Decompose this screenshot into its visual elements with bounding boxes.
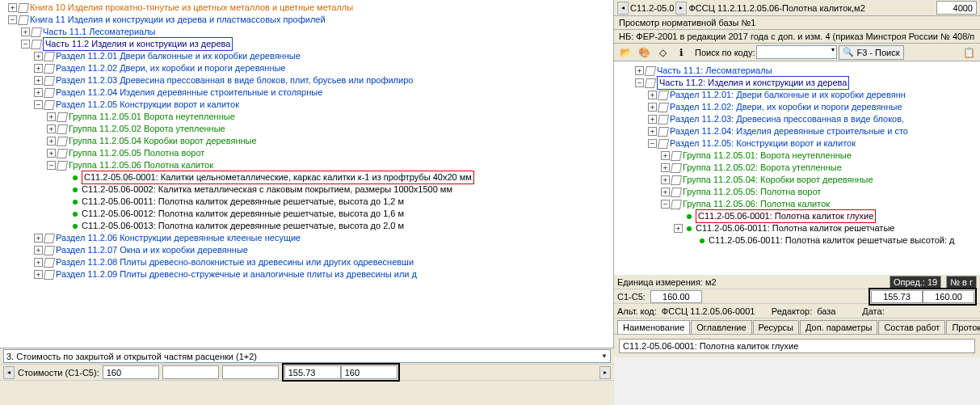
left-tree-panel: +Книга 10 Изделия прокатно-тянутые из цв… [0,0,614,348]
tree-item[interactable]: +С11.2-05.06-0011: Полотна калиток решет… [674,222,980,234]
palette-button[interactable]: 🎨 [636,45,652,60]
tree-group[interactable]: +Группа 11.2.05.05: Полотна ворот [661,186,980,198]
cost-cell-3[interactable] [222,365,279,379]
collapse-icon[interactable]: − [47,161,56,170]
c1c5-v1[interactable]: 160.00 [650,290,702,303]
tree-group[interactable]: +Группа 11.2.05.01 Ворота неутепленные [47,111,613,123]
expand-icon[interactable]: + [661,188,670,196]
tree-section-05[interactable]: −Раздел 11.2.05: Конструкции ворот и кал… [648,137,980,150]
tree-item-0001[interactable]: С11.2-05.06-0001: Калитки цельнометаллич… [60,171,613,184]
cost-cell-4[interactable]: 155.73 [284,365,341,379]
tree-section[interactable]: +Раздел 11.2.09 Плиты древесно-стружечны… [34,268,613,281]
tree-group[interactable]: +Группа 11.2.05.02: Ворота утепленные [661,162,980,174]
expand-icon[interactable]: + [34,270,43,279]
open-book-button[interactable]: 📂 [617,45,633,60]
collapse-icon[interactable]: − [34,100,43,109]
tree-group-06[interactable]: −Группа 11.2.05.06 Полотна калиток [47,159,613,171]
tree-section-11-2-05[interactable]: −Раздел 11.2.05 Конструкции ворот и кали… [34,99,613,111]
expand-icon[interactable]: + [648,115,657,124]
collapse-icon[interactable]: − [21,40,30,49]
tree-group[interactable]: +Группа 11.2.05.01: Ворота неутепленные [661,150,980,162]
tree-book-10[interactable]: +Книга 10 Изделия прокатно-тянутые из цв… [8,2,613,14]
expand-icon[interactable]: + [648,103,657,112]
search-button[interactable]: 🔍 F3 - Поиск [839,45,903,60]
expand-icon[interactable]: + [635,66,644,75]
tree-book-11[interactable]: −Книга 11 Изделия и конструкции из дерев… [8,14,613,26]
expand-icon[interactable]: + [47,149,56,158]
tree-section[interactable]: +Раздел 11.2.08 Плиты древесно-волокнист… [34,256,613,268]
expand-icon[interactable]: + [34,258,43,267]
tab-works[interactable]: Состав работ [878,320,945,334]
tree-part-11-1[interactable]: +Часть 11.1 Лесоматериалы [21,26,613,38]
tree-item[interactable]: С11.2-05.06-0002: Калитка металлическая … [60,184,613,196]
tree-item[interactable]: С11.2-05.06-0012: Полотна калиток деревя… [60,208,613,220]
cost-mode-combo[interactable]: 3. Стоимость по закрытой и открытой част… [3,349,611,363]
info-button[interactable]: ℹ [673,45,689,60]
next-button[interactable]: ▸ [599,366,611,379]
cost-cell-2[interactable] [162,365,219,379]
prev-button[interactable]: ◂ [617,2,629,15]
tree-group-06[interactable]: −Группа 11.2.05.06: Полотна калиток [661,198,980,210]
next-button[interactable]: ▸ [675,2,687,15]
tree-section[interactable]: +Раздел 11.2.06 Конструкции деревянные к… [34,232,613,244]
cost-cell-1[interactable]: 160 [103,365,159,379]
expand-icon[interactable]: + [47,124,56,133]
tab-content-value[interactable]: С11.2-05.06-0001: Полотна калиток глухие [619,339,975,353]
expand-icon[interactable]: + [661,163,670,172]
tab-contents[interactable]: Оглавление [691,320,751,334]
copy-button[interactable]: 📋 [961,45,977,60]
expand-icon[interactable]: + [47,112,56,121]
tree-item[interactable]: С11.2-05.06-0013: Полотна калиток деревя… [60,220,613,232]
expand-icon[interactable]: + [34,64,43,73]
tree-section[interactable]: +Раздел 11.2.01 Двери балконные и их кор… [34,50,613,62]
search-input[interactable]: ▼ [756,45,837,59]
tree-section[interactable]: +Раздел 11.2.02: Двери, их коробки и пор… [648,101,980,113]
expand-icon[interactable]: + [21,27,30,36]
tree-section[interactable]: +Раздел 11.2.04 Изделия деревянные строи… [34,86,613,99]
tree-section[interactable]: +Раздел 11.2.03: Древесина прессованная … [648,113,980,125]
tab-resources[interactable]: Ресурсы [753,320,799,334]
cost-cell-5[interactable]: 160 [341,365,397,379]
c1c5-label: С1-С5: [617,292,646,302]
expand-icon[interactable]: + [34,234,43,243]
expand-icon[interactable]: + [34,52,43,61]
tab-protocol[interactable]: Протоко [946,320,980,334]
collapse-icon[interactable]: − [648,139,657,148]
left-tree[interactable]: +Книга 10 Изделия прокатно-тянутые из цв… [0,0,613,281]
tree-part-11-2[interactable]: −Часть 11.2: Изделия и конструкции из де… [635,77,980,89]
collapse-icon[interactable]: − [661,200,670,209]
expand-icon[interactable]: + [47,137,56,146]
tree-section[interactable]: +Раздел 11.2.04: Изделия деревянные стро… [648,125,980,137]
breadcrumb-mid: ФССЦ 11.2.11.2.05.06-Полотна калиток,м2 [688,3,935,13]
expand-icon[interactable]: + [34,246,43,255]
collapse-icon[interactable]: − [635,78,644,87]
expand-icon[interactable]: + [661,151,670,160]
expand-icon[interactable]: + [648,91,657,99]
tree-section[interactable]: +Раздел 11.2.07 Окна и их коробки деревя… [34,244,613,256]
tab-params[interactable]: Доп. параметры [800,320,877,334]
tree-item[interactable]: С11.2-05.06-0011: Полотна калиток деревя… [60,196,613,208]
tree-section[interactable]: +Раздел 11.2.03 Древесина прессованная в… [34,74,613,86]
c1c5-v5[interactable]: 160.00 [923,290,974,303]
tree-group[interactable]: +Группа 11.2.05.04 Коробки ворот деревян… [47,135,613,147]
tree-section[interactable]: +Раздел 11.2.02 Двери, их коробки и поро… [34,62,613,74]
diamond-button[interactable]: ◇ [654,45,671,60]
tree-section[interactable]: +Раздел 11.2.01: Двери балконные и их ко… [648,89,980,101]
tab-name[interactable]: Наименование [617,320,690,334]
tree-item-0001[interactable]: С11.2-05.06-0001: Полотна калиток глухие [674,210,980,222]
collapse-icon[interactable]: − [8,15,17,24]
expand-icon[interactable]: + [34,88,43,97]
tree-group[interactable]: +Группа 11.2.05.04: Коробки ворот деревя… [661,174,980,186]
tree-part-11-2[interactable]: −Часть 11.2 Изделия и конструкции из дер… [21,38,613,50]
c1c5-v4[interactable]: 155.73 [871,290,923,303]
expand-icon[interactable]: + [674,224,683,233]
tree-group[interactable]: +Группа 11.2.05.05 Полотна ворот [47,147,613,159]
prev-button[interactable]: ◂ [3,366,15,379]
expand-icon[interactable]: + [8,3,17,12]
tree-item[interactable]: С11.2-05.06-0011: Полотна калиток решетч… [687,234,980,247]
expand-icon[interactable]: + [34,76,43,85]
expand-icon[interactable]: + [661,175,670,184]
tree-group[interactable]: +Группа 11.2.05.02 Ворота утепленные [47,123,613,135]
expand-icon[interactable]: + [648,127,657,136]
tree-part[interactable]: +Часть 11.1: Лесоматериалы [635,65,980,77]
